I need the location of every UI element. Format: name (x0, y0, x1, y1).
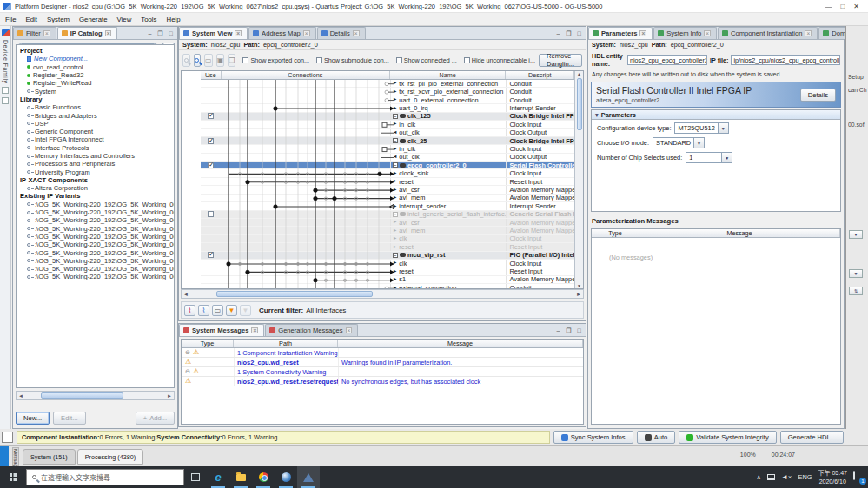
checkbox-hide-unconnectable-i-[interactable]: Hide unconnectable i... (464, 56, 535, 64)
edit-component-button[interactable]: Edit... (53, 412, 85, 425)
pm-column-message[interactable]: Message (639, 229, 840, 237)
table-row-reset[interactable]: ►resetReset Input (201, 178, 574, 186)
tab-parameters[interactable]: Parameters× (588, 27, 653, 39)
dock-pin-icon[interactable] (2, 87, 9, 94)
table-row-tx_rst_pll_pio_external_connection[interactable]: ►tx_rst_pll_pio_external_connectionCondu… (201, 80, 574, 88)
messages-column-message[interactable]: Message (338, 340, 583, 347)
column-header-descript[interactable]: Descript (506, 71, 574, 79)
table-row-avl_mem[interactable]: ►avl_memAvalon Memory Mapped S (201, 227, 574, 234)
message-row[interactable]: ⚠nios2_cpu.wd_reset.resetrequestNo synch… (182, 377, 583, 386)
table-row-reset[interactable]: ►resetReset Input (201, 243, 574, 251)
param-dropdown-standard[interactable]: STANDARD▼ (653, 137, 705, 148)
quartus-icon[interactable] (275, 466, 297, 488)
panel-restore-icon[interactable]: ❐ (565, 30, 573, 37)
expander-icon[interactable]: − (393, 162, 398, 168)
tree-item[interactable]: Register_Read32 (17, 71, 174, 79)
tree-item[interactable]: Interface Protocols (17, 144, 174, 152)
tree-item[interactable]: System (17, 87, 174, 95)
copy-button[interactable]: ❒ (228, 54, 235, 67)
tree-item[interactable]: Basic Functions (17, 103, 174, 111)
parameters-section-title[interactable]: Parameters (601, 111, 636, 119)
table-row-epcq_controller2_0[interactable]: −epcq_controller2_0Serial Flash Controll… (201, 162, 574, 169)
table-row-clk_125[interactable]: −clk_125Clock Bridge Intel FPGA I (201, 113, 574, 121)
panel-minimize-icon[interactable]: – (146, 30, 154, 37)
details-button[interactable]: Details (800, 89, 836, 102)
use-checkbox[interactable] (208, 252, 214, 258)
menu-edit[interactable]: Edit (26, 16, 37, 23)
table-row-avl_csr[interactable]: ►avl_csrAvalon Memory Mapped S (201, 219, 574, 227)
tree-item[interactable]: Intel FPGA Interconnect (17, 135, 174, 143)
remove-dangling-button[interactable]: Remove Danglin... (539, 54, 582, 67)
panel-restore-icon[interactable]: ❐ (565, 327, 573, 334)
tab-close-icon[interactable]: × (805, 30, 812, 36)
menu-generate[interactable]: Generate (79, 16, 108, 23)
checkbox-show-exported-con-[interactable]: Show exported con... (242, 56, 309, 64)
dock-window-icon[interactable] (2, 97, 9, 104)
maximize-button[interactable]: □ (840, 3, 845, 10)
tray-chevron-icon[interactable]: ∧ (757, 473, 761, 481)
ip-catalog-hscrollbar[interactable]: ◄ ► (16, 391, 175, 400)
sync-system-infos-button[interactable]: Sync System Infos (553, 431, 633, 444)
panel-maximize-icon[interactable]: □ (575, 327, 583, 334)
tab-close-icon[interactable]: × (251, 327, 258, 333)
filter-tool-1-icon[interactable]: ⌇ (184, 305, 195, 316)
clock[interactable]: 下午 05:472020/6/10 (818, 469, 847, 485)
zoom-fit-button[interactable]: ▭ (204, 54, 213, 67)
tab-generation-messages[interactable]: Generation Messages× (265, 324, 358, 336)
platform-designer-icon[interactable] (297, 466, 320, 488)
table-row-avl_csr[interactable]: ►avl_csrAvalon Memory Mapped S (201, 186, 574, 194)
tree-item[interactable]: University Program (17, 168, 174, 175)
notification-icon[interactable]: 1 (853, 472, 865, 483)
menu-system[interactable]: System (47, 16, 70, 23)
tree-item[interactable]: Processors and Peripherals (17, 160, 174, 168)
tree-item[interactable]: :\OG_5K_Working-220_192\OG_5K_Working_06… (17, 201, 174, 208)
tree-item[interactable]: :\OG_5K_Working-220_192\OG_5K_Working_06… (17, 233, 174, 241)
tab-close-icon[interactable]: × (639, 30, 646, 36)
table-row-s1[interactable]: ►s1Avalon Memory Mapped S (201, 276, 574, 284)
message-row[interactable]: ⊖⚠1 System Connectivity Warning (182, 367, 583, 377)
column-header-name[interactable]: Name (390, 71, 507, 79)
use-checkbox[interactable] (208, 211, 214, 217)
speaker-mute-icon[interactable]: ◄× (781, 474, 792, 481)
table-row-uart_0_external_connection[interactable]: ►uart_0_external_connectionConduit (201, 96, 574, 104)
table-row-clk_25[interactable]: −clk_25Clock Bridge Intel FPGA I (201, 137, 574, 145)
table-row-clk[interactable]: ►clkClock Input (201, 235, 574, 243)
messages-column-type[interactable]: Type (182, 340, 234, 347)
edge-icon[interactable]: e (207, 466, 229, 488)
auto-button[interactable]: Auto (637, 431, 676, 444)
chrome-icon[interactable] (252, 466, 275, 488)
table-row-out_clk[interactable]: ◄out_clkClock Output (201, 154, 574, 162)
column-header-use[interactable]: Use (201, 71, 222, 79)
tree-item[interactable]: :\OG_5K_Working-220_192\OG_5K_Working_06… (17, 216, 174, 224)
tree-item[interactable]: Generic Component (17, 128, 174, 135)
table-row-uart_0_irq[interactable]: ►uart_0_irqInterrupt Sender (201, 104, 574, 112)
column-header-connections[interactable]: Connections (222, 71, 390, 79)
quartus-messages-tab[interactable]: Messages (12, 447, 19, 466)
tab-system-info[interactable]: System Info× (653, 27, 717, 39)
quartus-tab-system-151-[interactable]: System (151) (23, 449, 76, 465)
table-row-tx_rst_xcvr_pio_external_connection[interactable]: ►tx_rst_xcvr_pio_external_connectionCond… (201, 88, 574, 96)
system-view-hscrollbar[interactable]: ◄ ► (181, 289, 584, 299)
tab-details[interactable]: Details× (317, 27, 366, 39)
tab-ip-catalog[interactable]: IP Catalog× (57, 27, 118, 39)
table-row-in_clk[interactable]: ►in_clkClock Input (201, 145, 574, 153)
start-button[interactable] (0, 466, 26, 488)
new-component-button[interactable]: New... (16, 412, 50, 425)
table-row-external_connection[interactable]: ►external_connectionConduit (201, 284, 574, 288)
tab-filter[interactable]: Filter× (13, 27, 56, 39)
tree-item[interactable]: :\OG_5K_Working-220_192\OG_5K_Working_06… (17, 248, 174, 256)
language-indicator[interactable]: ENG (798, 473, 812, 481)
tree-item[interactable]: :\OG_5K_Working-220_192\OG_5K_Working_06… (17, 225, 174, 233)
table-row-mcu_vip_rst[interactable]: −mcu_vip_rstPIO (Parallel I/O) Intel FP( (201, 252, 574, 260)
tab-close-icon[interactable]: × (235, 30, 242, 36)
system-view-vscrollbar[interactable]: ▲▼ (574, 71, 583, 288)
pm-column-type[interactable]: Type (592, 229, 639, 237)
menu-help[interactable]: Help (167, 16, 181, 23)
tree-item[interactable]: Register_WriteRead (17, 79, 174, 87)
tab-close-icon[interactable]: × (346, 327, 353, 333)
tab-system-view[interactable]: System View× (179, 27, 248, 39)
network-icon[interactable] (767, 474, 775, 480)
tree-item[interactable]: :\OG_5K_Working-220_192\OG_5K_Working_06… (17, 241, 174, 248)
tree-item[interactable]: :\OG_5K_Working-220_192\OG_5K_Working_06… (17, 208, 174, 216)
zoom-in-button[interactable] (194, 54, 202, 67)
